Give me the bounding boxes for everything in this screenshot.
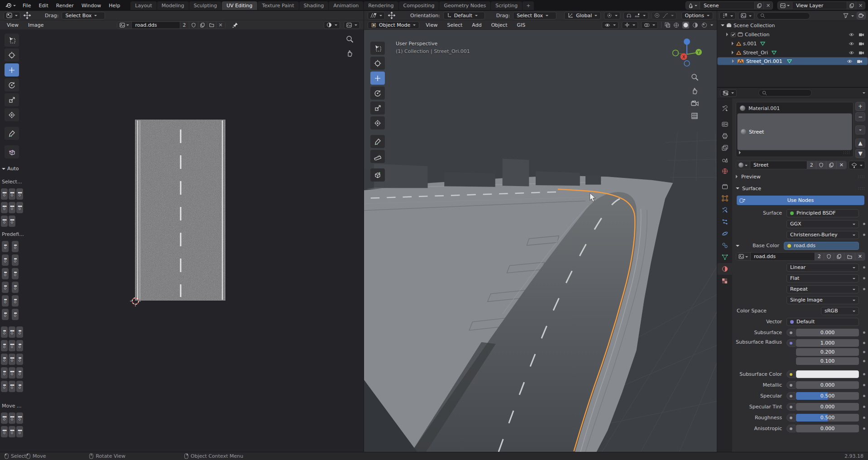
properties-editor-type-button[interactable] xyxy=(720,89,737,97)
snapping-dropdown[interactable] xyxy=(623,12,648,19)
unlink-image-button[interactable]: ✕ xyxy=(855,253,865,260)
image-users-count[interactable]: 2 xyxy=(815,253,824,260)
rip-region-tool-button[interactable] xyxy=(5,145,19,158)
image-name-field[interactable]: road.dds xyxy=(132,22,180,28)
subsurface-color-swatch[interactable] xyxy=(796,370,859,378)
navigation-gizmo[interactable]: Y X xyxy=(671,36,702,67)
preset-button[interactable]: ◆◆◆◇ xyxy=(1,412,8,424)
tab-layout[interactable]: Layout xyxy=(130,1,156,10)
fake-user-shield-icon[interactable] xyxy=(189,22,198,29)
filter-icon[interactable] xyxy=(843,13,849,18)
outliner-row-collection[interactable]: Collection xyxy=(717,30,868,39)
camera-view-icon[interactable] xyxy=(691,101,699,106)
outliner-editor-type-button[interactable] xyxy=(719,12,736,19)
tab-view-layer[interactable] xyxy=(717,142,732,153)
camera-render-icon[interactable] xyxy=(858,42,864,46)
menu-edit[interactable]: Edit xyxy=(35,2,52,10)
socket-button[interactable] xyxy=(786,339,796,347)
expand-arrow-icon[interactable] xyxy=(732,42,735,45)
menu-render[interactable]: Render xyxy=(53,2,77,10)
socket-button[interactable] xyxy=(786,392,796,400)
expand-arrow-icon[interactable] xyxy=(721,24,724,28)
preset-button[interactable]: ◆◆◆◇ xyxy=(9,216,15,227)
tab-texture-paint[interactable]: Texture Paint xyxy=(258,1,299,10)
annotate-tool-button[interactable] xyxy=(5,127,19,140)
open-image-folder-icon[interactable] xyxy=(207,22,216,29)
radius-x-field[interactable]: 1.000 xyxy=(796,339,859,347)
tab-object[interactable] xyxy=(717,192,732,204)
animate-dot[interactable] xyxy=(863,342,865,344)
preset-button[interactable]: ◆◆◆◇ xyxy=(16,412,23,424)
preset-button[interactable]: ◆◆◇ xyxy=(12,268,19,279)
options-dropdown[interactable]: Options xyxy=(681,12,713,19)
slot-specials-button[interactable] xyxy=(855,125,865,134)
preset-button[interactable]: ◆◆◇ xyxy=(12,241,19,252)
orthographic-toggle-icon[interactable] xyxy=(691,112,699,120)
animate-dot[interactable] xyxy=(863,360,865,362)
material-sphere-icon[interactable] xyxy=(736,161,750,169)
select-box-tool-button[interactable] xyxy=(370,42,385,55)
list-filter-arrow-icon[interactable] xyxy=(739,151,743,154)
expand-arrow-icon[interactable] xyxy=(732,51,735,54)
remove-view-layer-button[interactable]: ✕ xyxy=(856,2,865,9)
preset-button[interactable]: ◆◆◆◇ xyxy=(16,202,23,213)
animate-dot[interactable] xyxy=(863,331,865,334)
projection-dropdown[interactable]: Flat xyxy=(786,274,859,283)
camera-render-icon[interactable] xyxy=(858,51,864,55)
preset-button[interactable]: ◆◆◇ xyxy=(12,282,19,293)
animate-dot[interactable] xyxy=(863,417,865,419)
uv-overlay-dropdown[interactable] xyxy=(324,21,340,29)
new-view-layer-button[interactable] xyxy=(847,2,856,9)
socket-button[interactable] xyxy=(786,414,796,422)
uv-editor-type-button[interactable] xyxy=(4,12,20,19)
tab-rendering[interactable]: Rendering xyxy=(364,1,398,10)
preset-button[interactable]: ◆◆◇ xyxy=(2,268,9,279)
preset-button[interactable]: ◆◆◆◇ xyxy=(9,202,15,213)
animate-dot[interactable] xyxy=(863,406,865,408)
pin-image-icon[interactable] xyxy=(232,22,238,28)
expand-arrow-icon[interactable] xyxy=(736,245,739,249)
expand-arrow-icon[interactable] xyxy=(732,59,736,63)
subsurface-value-field[interactable]: 0.000 xyxy=(796,329,859,336)
tab-modifiers[interactable] xyxy=(717,204,732,216)
transform-tool-button[interactable] xyxy=(5,108,19,121)
tab-render[interactable] xyxy=(717,118,732,130)
animate-dot[interactable] xyxy=(863,373,865,375)
camera-render-icon[interactable] xyxy=(857,59,863,63)
animate-dot[interactable] xyxy=(863,288,865,290)
zoom-icon[interactable] xyxy=(691,73,699,81)
gizmos-dropdown[interactable] xyxy=(622,21,638,29)
new-image-button[interactable] xyxy=(198,22,207,29)
view-layer-name[interactable]: View Layer xyxy=(792,3,847,9)
preset-button[interactable]: ◆◆◆◇ xyxy=(9,188,15,200)
chevron-down-icon[interactable] xyxy=(710,24,713,27)
preset-button[interactable]: ◆◆◆◇ xyxy=(1,426,8,437)
unlink-image-button[interactable]: ✕ xyxy=(216,22,225,29)
preset-button[interactable]: ◆◆◇ xyxy=(2,309,9,320)
animate-dot[interactable] xyxy=(863,266,865,268)
tab-compositing[interactable]: Compositing xyxy=(399,1,439,10)
image-name-field[interactable]: road.dds xyxy=(751,254,815,259)
preset-button[interactable]: ◆◆◇ xyxy=(1,381,8,392)
radius-z-field[interactable]: 0.100 xyxy=(796,357,859,365)
animate-dot[interactable] xyxy=(863,277,865,279)
tab-texture[interactable] xyxy=(717,275,732,287)
specular-tint-value-field[interactable]: 0.000 xyxy=(796,403,859,411)
preset-button[interactable]: ◆◆◆◇ xyxy=(1,216,8,227)
shading-rendered-icon[interactable] xyxy=(701,22,707,28)
preset-button[interactable]: ◆◆◇ xyxy=(2,254,9,266)
tab-world[interactable] xyxy=(717,165,732,177)
outliner-display-mode-button[interactable] xyxy=(738,12,754,19)
collection-checkbox[interactable] xyxy=(731,32,736,37)
auto-panel-header[interactable]: Auto xyxy=(2,166,26,172)
socket-button[interactable] xyxy=(786,403,796,411)
copy-material-button[interactable] xyxy=(826,161,836,169)
tab-collection[interactable] xyxy=(717,181,732,192)
eye-icon[interactable] xyxy=(847,59,853,63)
material-name-field[interactable]: Street xyxy=(750,162,807,168)
image-icon[interactable] xyxy=(736,253,751,260)
preset-button[interactable]: ◆◆◇ xyxy=(1,354,8,365)
preview-panel-header[interactable]: Preview :::: xyxy=(736,172,865,181)
proportional-editing-dropdown[interactable] xyxy=(652,12,676,19)
preset-button[interactable]: ◆◆◆◇ xyxy=(9,354,15,365)
